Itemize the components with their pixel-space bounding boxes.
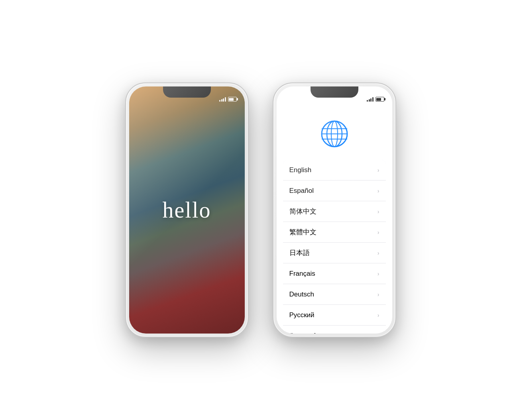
volume-down-button <box>125 181 126 204</box>
phone-1: hello <box>125 82 249 338</box>
signal-bar-2-4 <box>372 97 374 102</box>
language-item-espanol[interactable]: Español › <box>283 181 386 201</box>
status-icons-2 <box>367 97 384 102</box>
signal-icon <box>219 97 226 102</box>
language-name-portuguese: Português <box>289 332 320 334</box>
hello-screen: hello <box>129 86 245 334</box>
language-list: English › Español › 简体中文 › 繁體中文 <box>283 160 386 334</box>
battery-icon-2 <box>376 97 384 102</box>
language-item-french[interactable]: Français › <box>283 263 386 284</box>
volume-up-button <box>125 151 126 175</box>
language-name-simplified-chinese: 简体中文 <box>289 207 317 216</box>
language-name-english: English <box>289 166 312 174</box>
language-item-portuguese[interactable]: Português › <box>283 326 386 334</box>
chevron-right-deutsch: › <box>377 291 379 298</box>
signal-bar-2 <box>221 99 222 102</box>
chevron-right-traditional-chinese: › <box>377 229 379 236</box>
phone-1-screen: hello <box>129 86 245 334</box>
chevron-right-portuguese: › <box>377 333 379 334</box>
signal-bar-2-3 <box>370 98 372 102</box>
volume-up-button-2 <box>273 151 273 175</box>
phone-1-shell: hello <box>125 82 249 338</box>
status-icons-1 <box>219 97 237 102</box>
language-content: English › Español › 简体中文 › 繁體中文 <box>277 86 392 334</box>
mute-button <box>125 131 126 145</box>
power-button-2 <box>395 147 396 183</box>
volume-down-button-2 <box>273 181 273 204</box>
language-item-deutsch[interactable]: Deutsch › <box>283 284 386 305</box>
signal-icon-2 <box>367 97 374 102</box>
mute-button-2 <box>273 131 273 145</box>
battery-fill <box>229 98 234 101</box>
language-item-english[interactable]: English › <box>283 160 386 181</box>
signal-bar-1 <box>219 100 220 102</box>
language-screen: English › Español › 简体中文 › 繁體中文 <box>277 86 392 334</box>
notch-1 <box>163 86 211 98</box>
signal-bar-2-1 <box>367 100 368 102</box>
signal-bar-3 <box>223 98 224 102</box>
chevron-right-espanol: › <box>377 188 379 194</box>
battery-icon <box>228 97 237 102</box>
language-item-russian[interactable]: Русский › <box>283 305 386 326</box>
phone-2: English › Español › 简体中文 › 繁體中文 <box>273 82 396 338</box>
signal-bar-4 <box>225 97 226 102</box>
battery-fill-2 <box>376 98 381 101</box>
chevron-right-english: › <box>377 167 379 173</box>
language-name-traditional-chinese: 繁體中文 <box>289 228 317 237</box>
power-button <box>248 147 249 183</box>
notch-2 <box>311 86 358 98</box>
phone-2-screen: English › Español › 简体中文 › 繁體中文 <box>277 86 392 334</box>
language-item-simplified-chinese[interactable]: 简体中文 › <box>283 201 386 222</box>
phone-2-shell: English › Español › 简体中文 › 繁體中文 <box>273 82 396 338</box>
chevron-right-french: › <box>377 271 379 277</box>
signal-bar-2-2 <box>369 99 370 102</box>
language-name-french: Français <box>289 270 315 278</box>
hello-text: hello <box>163 197 211 223</box>
language-item-japanese[interactable]: 日本語 › <box>283 243 386 263</box>
chevron-right-russian: › <box>377 312 379 318</box>
language-name-deutsch: Deutsch <box>289 290 314 298</box>
globe-icon <box>320 120 348 148</box>
language-name-espanol: Español <box>289 187 314 195</box>
globe-container <box>277 104 392 160</box>
language-item-traditional-chinese[interactable]: 繁體中文 › <box>283 222 386 243</box>
chevron-right-simplified-chinese: › <box>377 208 379 215</box>
language-name-japanese: 日本語 <box>289 248 310 257</box>
chevron-right-japanese: › <box>377 250 379 256</box>
language-name-russian: Русский <box>289 311 315 319</box>
